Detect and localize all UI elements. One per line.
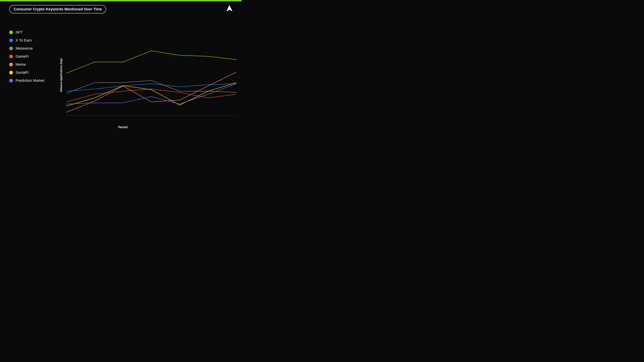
- legend-dot-predmarket: [9, 79, 13, 82]
- legend-dot-metaverse: [9, 46, 13, 50]
- legend-item-gamefi: GameFi: [9, 54, 56, 59]
- legend-label-gamefi: GameFi: [16, 54, 29, 59]
- x-tick-h1-2024: H1 2024: [230, 117, 236, 117]
- line-meme: [66, 72, 236, 112]
- legend-label-predmarket: Prediction Market: [16, 78, 44, 83]
- legend-label-socialfi: SocialFi: [16, 70, 29, 75]
- legend: NFT X To Earn Metaverse GameFi Meme Soci…: [9, 30, 56, 86]
- legend-dot-meme: [9, 63, 13, 66]
- x-tick-h2-2022: H2 2022: [145, 117, 158, 117]
- x-tick-h2-2023: H2 2023: [202, 117, 214, 117]
- line-chart: H1 2021 H2 2021 H1 2022 H2 2022 H1 2023 …: [66, 17, 236, 117]
- x-tick-h1-2023: H1 2023: [173, 117, 186, 117]
- logo-icon: [226, 5, 233, 12]
- y-axis-label: Alliance Applications (log): [60, 58, 63, 92]
- line-gamefi: [66, 89, 236, 102]
- x-tick-h1-2021: H1 2021: [66, 117, 72, 117]
- x-axis-label: Period: [118, 125, 128, 129]
- legend-label-nft: NFT: [16, 30, 23, 34]
- x-tick-h2-2021: H2 2021: [88, 117, 101, 117]
- top-bar: [0, 0, 242, 1]
- title-box: Consumer Crypto Keywords Mentioned Over …: [9, 5, 106, 13]
- legend-item-predmarket: Prediction Market: [9, 78, 56, 83]
- chart-area: NFT X To Earn Metaverse GameFi Meme Soci…: [9, 17, 236, 131]
- line-socialfi: [66, 83, 236, 106]
- legend-dot-xearn: [9, 38, 13, 42]
- line-nft: [66, 51, 236, 73]
- x-tick-h1-2022: H1 2022: [116, 117, 130, 117]
- legend-dot-gamefi: [9, 55, 13, 58]
- line-predmarket: [66, 84, 236, 104]
- chart-title: Consumer Crypto Keywords Mentioned Over …: [14, 7, 102, 11]
- line-metaverse: [66, 80, 236, 93]
- legend-item-metaverse: Metaverse: [9, 46, 56, 51]
- legend-dot-socialfi: [9, 71, 13, 74]
- legend-item-meme: Meme: [9, 62, 56, 67]
- legend-dot-nft: [9, 30, 13, 34]
- legend-label-metaverse: Metaverse: [16, 46, 33, 51]
- svg-marker-0: [226, 5, 232, 11]
- legend-label-meme: Meme: [16, 62, 26, 67]
- legend-item-nft: NFT: [9, 30, 56, 34]
- legend-item-xearn: X To Earn: [9, 38, 56, 42]
- legend-item-socialfi: SocialFi: [9, 70, 56, 75]
- legend-label-xearn: X To Earn: [16, 38, 32, 42]
